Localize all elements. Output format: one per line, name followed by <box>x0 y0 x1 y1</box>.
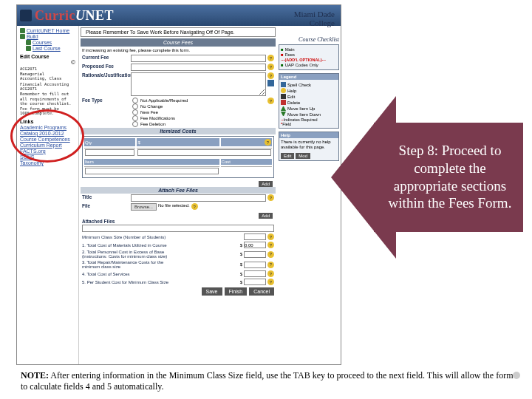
note: NOTE: After entering information in the … <box>21 370 519 392</box>
course-info-2: Financial Accounting ACG2071 Remember to… <box>20 82 75 116</box>
link-2[interactable]: Course Competences <box>20 137 75 142</box>
help-icon[interactable]: ? <box>267 279 274 285</box>
col-qty: Qty <box>84 138 135 146</box>
num5-label: 4. Total Cost of Services <box>82 272 239 276</box>
link-3[interactable]: Curriculum Report <box>20 143 75 148</box>
radio-del[interactable] <box>132 121 138 127</box>
num4-label: 3. Total Repair/Maintenance Costs for th… <box>82 260 239 269</box>
num2-input[interactable] <box>244 242 266 248</box>
num4-input[interactable] <box>244 262 266 268</box>
legend-title: Legend <box>279 74 338 80</box>
cancel-button[interactable]: Cancel <box>249 287 274 296</box>
help-text: There is currently no help available for… <box>279 138 338 151</box>
proposed-fee-label: Proposed Fee <box>82 64 129 69</box>
legend-req: --Indicates Required *Field <box>281 117 337 126</box>
sidebar-home[interactable]: CurricUNET Home <box>20 28 75 33</box>
help-icon[interactable]: ? <box>267 55 274 61</box>
help-icon[interactable]: ? <box>267 262 274 268</box>
rationale-label: Rationale/Justification <box>82 72 129 78</box>
save-button[interactable]: Save <box>202 287 222 296</box>
radio-mods[interactable] <box>132 115 138 121</box>
sidebar-last[interactable]: Last Course <box>20 46 75 51</box>
current-fee-input[interactable] <box>131 55 266 62</box>
checklist-dash: ---(ADD'L OPTIONAL)--- <box>281 58 337 62</box>
attached-files-label: Attached Files <box>81 219 276 224</box>
radio-newfee[interactable] <box>132 109 138 115</box>
num5-input[interactable] <box>244 270 266 277</box>
title-input[interactable] <box>131 194 266 202</box>
bar-course-fees: Course Fees <box>81 38 276 47</box>
form-area: Please Remember To Save Work Before Navi… <box>81 27 276 297</box>
spell-icon[interactable] <box>267 80 274 86</box>
legend-edit: Edit <box>281 94 337 99</box>
help-icon[interactable]: ? <box>267 233 274 240</box>
spell-icon <box>281 82 286 87</box>
item-input[interactable] <box>85 168 219 174</box>
help-icon[interactable]: ? <box>267 251 274 258</box>
delete-icon <box>281 100 286 105</box>
finish-button[interactable]: Finish <box>225 287 248 296</box>
reminder-box: Please Remember To Save Work Before Navi… <box>81 27 276 37</box>
proposed-fee-input[interactable] <box>131 64 266 71</box>
app-logo <box>20 10 32 21</box>
file-placeholder: No file selected. <box>158 203 190 208</box>
checklist-main[interactable]: ■Main <box>281 47 337 52</box>
qty-input[interactable] <box>85 149 134 156</box>
help-icon[interactable]: ? <box>267 72 274 79</box>
link-4[interactable]: FACTS.org <box>20 149 75 154</box>
current-fee-label: Current Fee <box>82 55 129 60</box>
links-label: Links <box>20 119 75 124</box>
movedn-icon <box>281 112 286 117</box>
checklist-uap[interactable]: ■UAP Codes Only <box>281 63 337 67</box>
help-icon[interactable]: ? <box>267 270 274 277</box>
link-1[interactable]: Catalog 2010-2012 <box>20 131 75 136</box>
sidebar: CurricUNET Home Build Courses Last Cours… <box>17 26 79 364</box>
help-icon <box>281 88 286 93</box>
note-dot-icon <box>513 372 520 379</box>
radio-na[interactable] <box>132 98 138 103</box>
checklist-title: Course Checklist <box>279 36 339 43</box>
title-part-3: NET <box>85 8 114 23</box>
add-file-button[interactable]: Add <box>259 213 273 219</box>
num2-label: 1. Total Cost of Materials Utilized in C… <box>82 243 239 248</box>
help-icon[interactable]: ? <box>265 139 271 146</box>
app-window: CurricUNET Miami Dade College CurricUNET… <box>16 4 341 365</box>
bar-itemized: Itemized Costs <box>81 128 276 134</box>
browse-button[interactable]: Browse... <box>131 203 157 211</box>
edit-icon <box>281 94 286 99</box>
fee-type-label: Fee Type <box>82 98 129 103</box>
legend-movedn: Move Item Down <box>281 112 337 117</box>
title-part-1: Curric <box>35 8 75 23</box>
legend-panel: Legend Spell Check Help Edit Delete Move… <box>279 73 339 129</box>
help-edit-button[interactable]: Edit <box>281 153 294 159</box>
radio-nochange[interactable] <box>132 103 138 109</box>
link-5[interactable]: SCNS <box>20 154 75 160</box>
help-icon[interactable]: ? <box>267 98 274 104</box>
col-dollar: $ <box>137 138 219 146</box>
help-panel-title: Help <box>279 132 338 138</box>
num3-input[interactable] <box>244 251 266 258</box>
bar-attach: Attach Fee Files <box>81 187 276 194</box>
help-mod-button[interactable]: Mod <box>296 153 310 159</box>
build-icon <box>20 34 25 39</box>
dollar-input[interactable] <box>137 149 271 156</box>
add-button[interactable]: Add <box>259 181 273 187</box>
legend-help: Help <box>281 88 337 93</box>
help-panel: Help There is currently no help availabl… <box>279 132 339 161</box>
help-icon[interactable]: ? <box>267 64 274 70</box>
link-6[interactable]: Taxonomy <box>20 160 75 166</box>
checklist-fees[interactable]: ■Fees <box>281 52 337 57</box>
num1-input[interactable] <box>244 233 266 240</box>
rationale-input[interactable] <box>131 72 266 96</box>
sidebar-build[interactable]: Build <box>20 34 75 39</box>
help-icon[interactable]: ? <box>191 203 198 210</box>
course-info-1: ACG2071 Managerial Accounting, Class <box>20 66 75 81</box>
link-0[interactable]: Academic Programs <box>20 125 75 130</box>
num6-input[interactable] <box>244 279 266 285</box>
help-icon[interactable]: ? <box>267 194 274 201</box>
home-icon <box>20 28 25 33</box>
sidebar-courses[interactable]: Courses <box>20 40 75 45</box>
help-icon[interactable]: ? <box>267 242 274 248</box>
last-icon <box>26 46 31 51</box>
instructions: If increasing an existing fee, please co… <box>81 47 276 54</box>
